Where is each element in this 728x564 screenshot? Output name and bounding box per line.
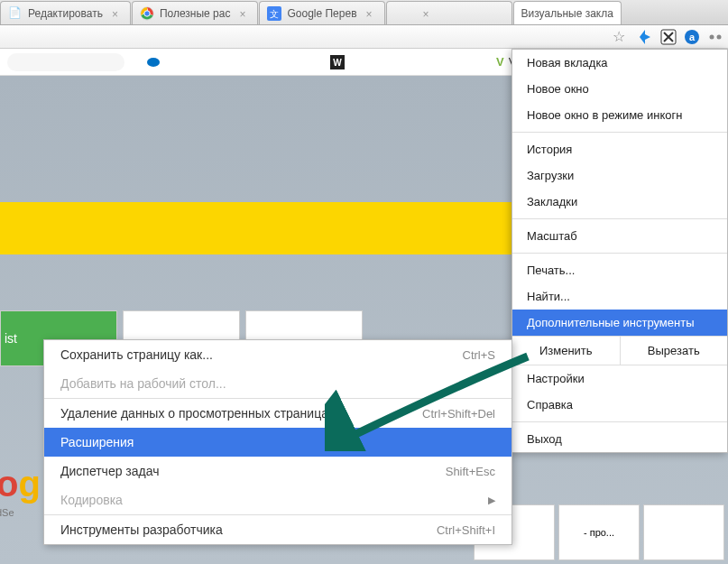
- favicon-translate: 文: [267, 6, 281, 21]
- submenu-label: Удаление данных о просмотренных страница…: [60, 406, 346, 421]
- chrome-main-menu: Новая вкладка Новое окно Новое окно в ре…: [511, 49, 728, 453]
- google-logo-fragment: og: [0, 464, 41, 504]
- menu-settings[interactable]: Настройки: [512, 365, 727, 392]
- ext-icon-a[interactable]: a: [683, 28, 701, 46]
- submenu-label: Добавить на рабочий стол...: [60, 376, 226, 391]
- favicon-chrome: [140, 6, 154, 21]
- tab-visual-bookmarks[interactable]: Визуальные закла: [513, 1, 622, 24]
- menu-separator: [512, 132, 727, 133]
- shortcut-text: Shift+Esc: [446, 465, 495, 478]
- menu-edit-label: Изменить: [512, 337, 621, 365]
- submenu-label: Инструменты разработчика: [60, 522, 223, 537]
- svg-text:文: 文: [270, 9, 279, 19]
- thumb-label: - про...: [584, 527, 614, 538]
- tab-edit[interactable]: 📄 Редактировать ×: [0, 1, 131, 24]
- toolbar: ☆ a: [0, 25, 728, 49]
- submenu-label: Диспетчер задач: [60, 464, 160, 478]
- tile-label: ist: [5, 331, 17, 346]
- menu-separator: [512, 218, 727, 219]
- close-icon[interactable]: ×: [239, 8, 250, 19]
- menu-edit-row: Изменить Вырезать: [512, 336, 727, 365]
- submenu-label: Кодировка: [60, 493, 123, 507]
- menu-history[interactable]: История: [512, 136, 727, 162]
- close-icon[interactable]: ×: [112, 8, 123, 19]
- tab-label: Редактировать: [28, 7, 103, 20]
- menu-more-tools[interactable]: Дополнительные инструменты: [512, 310, 727, 336]
- close-icon[interactable]: ×: [366, 8, 377, 19]
- menu-bookmarks[interactable]: Закладки: [512, 189, 727, 215]
- ext-icon-adblock[interactable]: [659, 28, 677, 46]
- favicon-blank: [394, 6, 409, 21]
- menu-help[interactable]: Справка: [512, 392, 727, 418]
- submenu-extensions[interactable]: Расширения: [44, 428, 511, 457]
- thumb[interactable]: [643, 504, 724, 560]
- bookmark-item[interactable]: [7, 53, 124, 71]
- submenu-dev-tools[interactable]: Инструменты разработчика Ctrl+Shift+I: [44, 515, 511, 544]
- menu-exit[interactable]: Выход: [512, 426, 727, 452]
- tab-label: Полезные рас: [160, 7, 231, 20]
- submenu-clear-data[interactable]: Удаление данных о просмотренных страница…: [44, 399, 511, 428]
- menu-print[interactable]: Печать...: [512, 257, 727, 283]
- svg-point-2: [144, 10, 150, 15]
- shortcut-text: Ctrl+Shift+I: [437, 523, 495, 537]
- menu-new-window[interactable]: Новое окно: [512, 76, 727, 102]
- svg-point-10: [147, 58, 160, 67]
- tab-useful-ext[interactable]: Полезные рас ×: [132, 1, 259, 24]
- menu-new-tab[interactable]: Новая вкладка: [512, 50, 727, 76]
- svg-text:a: a: [689, 32, 696, 42]
- tab-translate[interactable]: 文 Google Перев ×: [259, 1, 384, 24]
- svg-point-8: [710, 34, 714, 39]
- bookmark-item[interactable]: [182, 60, 309, 64]
- shortcut-text: Ctrl+S: [463, 348, 495, 362]
- submenu-label: Расширения: [60, 435, 134, 449]
- menu-zoom[interactable]: Масштаб: [512, 223, 727, 249]
- close-icon[interactable]: ×: [423, 8, 434, 19]
- bookmark-w[interactable]: W: [325, 53, 350, 71]
- ext-icon-dots[interactable]: [706, 28, 724, 46]
- menu-downloads[interactable]: Загрузки: [512, 162, 727, 189]
- chevron-right-icon: ▶: [488, 495, 495, 506]
- bookmark-intel[interactable]: [141, 53, 166, 71]
- adsense-text: dSe: [0, 507, 14, 518]
- bookmark-item[interactable]: [366, 60, 475, 64]
- menu-separator: [512, 421, 727, 422]
- submenu-task-manager[interactable]: Диспетчер задач Shift+Esc: [44, 457, 511, 485]
- submenu-label: Сохранить страницу как...: [60, 347, 213, 362]
- submenu-add-desktop: Добавить на рабочий стол...: [44, 369, 511, 398]
- tab-blank[interactable]: ×: [386, 1, 512, 24]
- star-icon[interactable]: ☆: [613, 28, 625, 45]
- tab-label: Google Перев: [287, 7, 356, 20]
- favicon-generic: 📄: [8, 6, 23, 21]
- shortcut-text: Ctrl+Shift+Del: [422, 407, 495, 421]
- tab-strip: 📄 Редактировать × Полезные рас × 文 Googl…: [0, 0, 728, 25]
- menu-new-incognito[interactable]: Новое окно в режиме инкогн: [512, 102, 727, 128]
- menu-cut[interactable]: Вырезать: [621, 337, 728, 365]
- menu-find[interactable]: Найти...: [512, 283, 727, 310]
- tab-label: Визуальные закла: [521, 7, 613, 20]
- more-tools-submenu: Сохранить страницу как... Ctrl+S Добавит…: [43, 339, 512, 545]
- svg-text:W: W: [333, 58, 342, 68]
- menu-separator: [512, 253, 727, 254]
- thumb-pro[interactable]: - про...: [558, 504, 640, 560]
- svg-point-9: [717, 34, 722, 39]
- submenu-encoding[interactable]: Кодировка ▶: [44, 485, 511, 514]
- ext-icon-freegate[interactable]: [636, 28, 654, 46]
- submenu-save-page[interactable]: Сохранить страницу как... Ctrl+S: [44, 340, 511, 369]
